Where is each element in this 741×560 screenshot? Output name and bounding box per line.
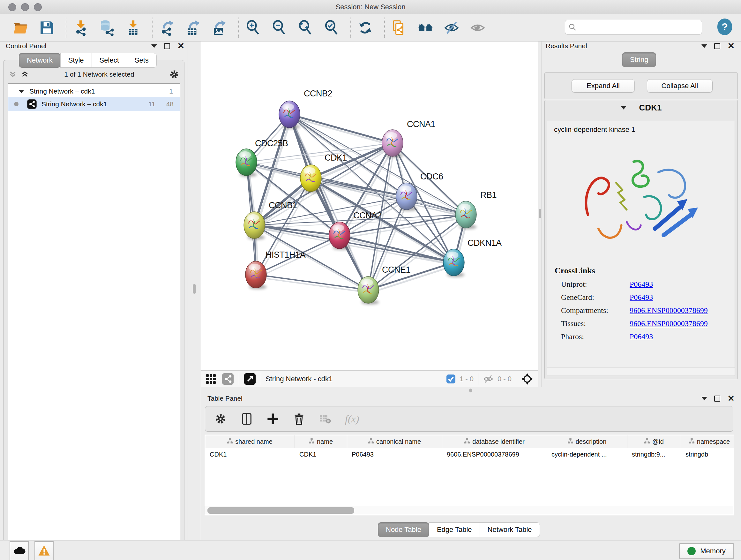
tab-network-table[interactable]: Network Table [480, 522, 540, 537]
tab-style[interactable]: Style [60, 53, 92, 68]
network-share-toggle-icon[interactable] [221, 373, 234, 385]
export-image-button[interactable] [211, 19, 228, 37]
collapse-all-button[interactable]: Collapse All [647, 79, 713, 92]
collapse-all-icon[interactable] [8, 70, 17, 79]
tab-string[interactable]: String [622, 52, 656, 67]
memory-button[interactable]: Memory [679, 543, 734, 559]
search-input[interactable] [580, 21, 702, 34]
results-scrollbar[interactable] [547, 367, 735, 375]
column-header[interactable]: canonical name [347, 435, 442, 448]
left-splitter[interactable] [188, 42, 201, 540]
crosslinks-list: Uniprot:P06493GeneCard:P06493Compartment… [561, 280, 735, 341]
crosslink-label: Tissues: [561, 319, 630, 328]
network-view-toolbar: String Network - cdk1 1 - 0 0 - 0 [201, 370, 538, 387]
float-panel-icon[interactable] [701, 44, 707, 48]
import-network-database-button[interactable] [98, 19, 116, 37]
expand-all-button[interactable]: Expand All [571, 79, 635, 92]
column-header[interactable]: name [295, 435, 347, 448]
toolbar-separator [384, 17, 385, 38]
selected-checkbox-icon[interactable] [446, 374, 456, 384]
export-network-button[interactable] [158, 19, 176, 37]
protein-structure-image [574, 138, 708, 263]
table-row[interactable]: CDK1CDK1P064939606.ENSP00000378699cyclin… [205, 448, 734, 461]
network-node-ccna1[interactable]: CCNA1 [382, 119, 435, 158]
column-header[interactable]: database identifier [442, 435, 547, 448]
crosslink-value-link[interactable]: P06493 [630, 293, 653, 302]
table-horizontal-scrollbar[interactable] [205, 506, 733, 514]
save-session-button[interactable] [38, 19, 56, 37]
tab-network[interactable]: Network [19, 53, 61, 68]
birdseye-crosshair-icon[interactable] [521, 373, 534, 385]
close-panel-icon[interactable] [727, 43, 735, 49]
zoom-in-button[interactable] [245, 19, 262, 37]
close-panel-icon[interactable] [177, 43, 185, 49]
new-network-from-selection-button[interactable] [391, 19, 408, 37]
network-graph[interactable]: CCNB2CCNA1CDC25BCDK1CDC6RB1CCNB1CCNA2CDK… [201, 42, 538, 370]
network-node-cdkn1a[interactable]: CDKN1A [443, 238, 502, 277]
first-neighbors-button[interactable] [417, 19, 434, 37]
cloud-button[interactable] [10, 541, 29, 560]
zoom-fit-button[interactable] [297, 19, 314, 37]
crosslink-value-link[interactable]: P06493 [630, 280, 653, 289]
warning-icon [38, 544, 51, 557]
splitter-handle[interactable] [469, 388, 472, 392]
column-header[interactable]: @id [627, 435, 681, 448]
refresh-view-button[interactable] [357, 19, 374, 37]
export-table-icon [185, 20, 201, 36]
crosslink-value-link[interactable]: P06493 [630, 332, 653, 341]
network-label: String Network – cdk1 [42, 100, 107, 108]
tab-node-table[interactable]: Node Table [378, 522, 429, 537]
grid-view-icon[interactable] [205, 374, 216, 384]
import-network-file-button[interactable] [72, 19, 89, 37]
tab-sets[interactable]: Sets [127, 53, 157, 68]
hide-selected-button[interactable] [443, 19, 460, 37]
export-table-button[interactable] [185, 19, 202, 37]
zoom-selected-button[interactable] [323, 19, 340, 37]
table-panel-title: Table Panel [207, 395, 243, 402]
scrollbar-thumb[interactable] [207, 507, 354, 514]
network-row-selected[interactable]: String Network – cdk1 11 48 [8, 97, 180, 111]
column-header[interactable]: description [547, 435, 627, 448]
splitter-handle[interactable] [539, 209, 541, 218]
expand-all-icon[interactable] [20, 70, 30, 79]
tree-expander-icon[interactable] [18, 90, 24, 93]
gear-icon[interactable] [169, 69, 180, 80]
crosslink-value-link[interactable]: 9606.ENSP00000378699 [630, 306, 708, 315]
crosslinks-title: CrossLinks [555, 266, 735, 275]
add-column-icon[interactable] [266, 413, 279, 425]
gear-icon[interactable] [214, 413, 227, 425]
toolbar-separator [152, 17, 152, 38]
network-node-rb1[interactable]: RB1 [455, 190, 496, 229]
network-canvas[interactable]: CCNB2CCNA1CDC25BCDK1CDC6RB1CCNB1CCNA2CDK… [201, 42, 538, 370]
hidden-eye-icon[interactable] [483, 374, 494, 384]
bottom-splitter[interactable] [201, 387, 741, 393]
node-label-rb1: RB1 [480, 190, 496, 200]
help-button[interactable]: ? [718, 18, 732, 35]
network-node-ccnb2[interactable]: CCNB2 [279, 89, 332, 129]
float-panel-icon[interactable] [151, 44, 157, 48]
import-table-file-button[interactable] [125, 19, 142, 37]
tab-select[interactable]: Select [91, 53, 127, 68]
zoom-out-button[interactable] [271, 19, 288, 37]
open-in-window-icon[interactable] [244, 373, 256, 385]
float-panel-icon[interactable] [701, 397, 707, 400]
maximize-panel-icon[interactable] [714, 395, 720, 401]
column-header[interactable]: shared name [205, 435, 295, 448]
tab-edge-table[interactable]: Edge Table [429, 522, 480, 537]
column-tree-icon [309, 438, 314, 445]
entry-expander-icon[interactable] [621, 106, 626, 110]
maximize-panel-icon[interactable] [714, 43, 720, 49]
network-collection-row[interactable]: String Network – cdk1 1 [8, 85, 180, 97]
eye-icon [470, 20, 486, 36]
splitter-handle[interactable] [193, 284, 196, 294]
column-header[interactable]: namespace [681, 435, 734, 448]
crosslink-value-link[interactable]: 9606.ENSP00000378699 [630, 319, 708, 328]
show-columns-icon[interactable] [240, 413, 253, 425]
maximize-panel-icon[interactable] [164, 43, 170, 49]
delete-column-icon[interactable] [293, 413, 306, 425]
show-all-button[interactable] [469, 19, 486, 37]
close-panel-icon[interactable] [727, 395, 735, 401]
search-bar[interactable] [565, 20, 702, 35]
warnings-button[interactable] [35, 541, 54, 560]
open-session-button[interactable] [12, 19, 29, 37]
